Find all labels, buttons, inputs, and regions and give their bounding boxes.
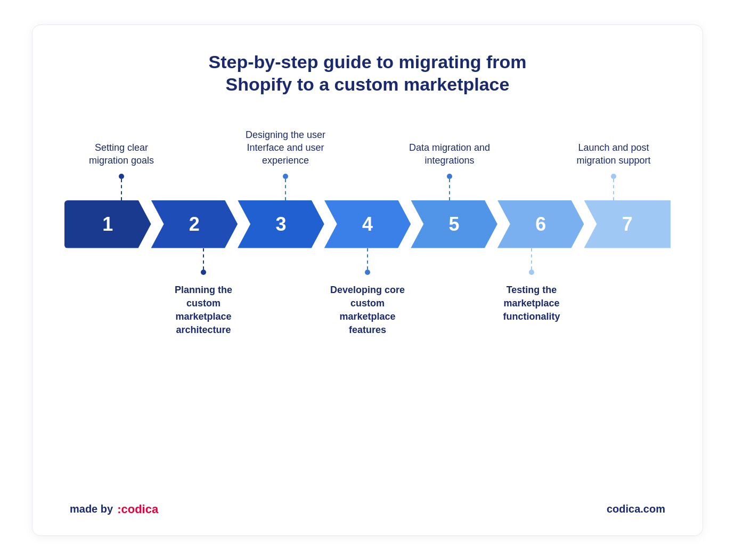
arrow-segment-7: 7 — [584, 200, 671, 248]
bottom-labels-row: Planning the custom marketplace architec… — [64, 248, 671, 347]
top-slot-1: Setting clear migration goals — [80, 128, 162, 200]
page-title: Step-by-step guide to migrating from Sho… — [181, 51, 554, 96]
made-by: made by :codica — [70, 502, 158, 516]
top-dot-5 — [447, 174, 452, 179]
bottom-label-6: Testing the marketplace functionality — [491, 283, 573, 347]
main-card: Step-by-step guide to migrating from Sho… — [32, 25, 703, 536]
top-slot-7: Launch and post migration support — [573, 128, 655, 200]
diagram: Setting clear migration goalsDesigning t… — [64, 128, 671, 485]
arrow-segment-4: 4 — [324, 200, 411, 248]
bottom-label-4: Developing core custom marketplace featu… — [326, 283, 409, 347]
bottom-slot-7 — [573, 248, 655, 347]
arrow-segment-1: 1 — [64, 200, 151, 248]
top-labels-row: Setting clear migration goalsDesigning t… — [64, 128, 671, 200]
top-dot-3 — [283, 174, 288, 179]
bottom-slot-6: Testing the marketplace functionality — [491, 248, 573, 347]
top-label-7: Launch and post migration support — [573, 128, 655, 171]
bottom-slot-4: Developing core custom marketplace featu… — [326, 248, 409, 347]
top-dot-7 — [611, 174, 616, 179]
top-slot-6 — [491, 128, 573, 200]
footer: made by :codica codica.com — [64, 502, 671, 516]
bottom-dash-6 — [531, 248, 532, 270]
arrow-segment-5: 5 — [411, 200, 497, 248]
top-label-5: Data migration and integrations — [409, 128, 491, 171]
top-dash-7 — [613, 179, 614, 200]
made-by-label: made by — [70, 503, 113, 515]
arrow-segment-2: 2 — [151, 200, 238, 248]
bottom-dot-6 — [529, 270, 534, 275]
top-slot-5: Data migration and integrations — [409, 128, 491, 200]
bottom-slot-5 — [409, 248, 491, 347]
codica-domain: codica.com — [607, 503, 665, 515]
bottom-slot-2: Planning the custom marketplace architec… — [162, 248, 244, 347]
codica-brand: :codica — [117, 502, 158, 516]
top-dash-5 — [449, 179, 450, 200]
top-dash-3 — [285, 179, 286, 200]
bottom-dot-4 — [365, 270, 370, 275]
bottom-slot-1 — [80, 248, 162, 347]
arrow-bar: 1234567 — [64, 200, 671, 248]
bottom-dash-4 — [367, 248, 368, 270]
bottom-dot-2 — [201, 270, 206, 275]
bottom-label-2: Planning the custom marketplace architec… — [162, 283, 244, 347]
bottom-dash-2 — [203, 248, 204, 270]
top-label-1: Setting clear migration goals — [80, 128, 162, 171]
bottom-slot-3 — [244, 248, 326, 347]
top-dot-1 — [119, 174, 124, 179]
arrow-segment-3: 3 — [238, 200, 324, 248]
top-slot-4 — [326, 128, 409, 200]
top-slot-3: Designing the user Interface and user ex… — [244, 128, 326, 200]
arrow-segment-6: 6 — [497, 200, 584, 248]
top-label-3: Designing the user Interface and user ex… — [244, 128, 326, 171]
top-slot-2 — [162, 128, 244, 200]
top-dash-1 — [121, 179, 122, 200]
